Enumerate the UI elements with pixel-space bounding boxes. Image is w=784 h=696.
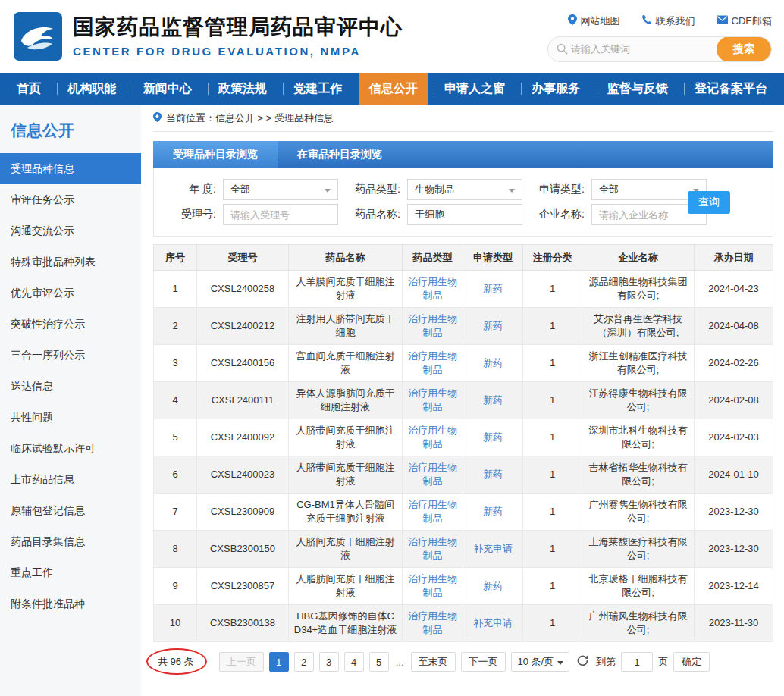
sidebar-item[interactable]: 优先审评公示 (0, 277, 141, 309)
sidebar-item[interactable]: 三合一序列公示 (0, 340, 141, 371)
cell-date: 2023-12-30 (695, 494, 773, 531)
sidebar-item[interactable]: 原辅包登记信息 (0, 495, 141, 526)
cell-drug-type: 治疗用生物制品 (403, 605, 463, 642)
sidebar-item[interactable]: 附条件批准品种 (0, 588, 141, 619)
table-row[interactable]: 5 CXSL2400092 人脐带间充质干细胞注射液 治疗用生物制品 新药 1 … (154, 419, 773, 456)
table-row[interactable]: 6 CXSL2400023 人脐带间充质干细胞注射液 治疗用生物制品 新药 1 … (154, 456, 773, 494)
cell-index: 1 (154, 271, 197, 308)
search-button[interactable]: 搜索 (717, 36, 771, 62)
table-header-cell: 企业名称 (582, 245, 695, 271)
nav-item[interactable]: 机构职能 (57, 73, 127, 105)
cell-index: 4 (154, 382, 197, 419)
sitemap-link[interactable]: 网站地图 (568, 14, 620, 28)
cell-drug-type: 治疗用生物制品 (403, 494, 463, 531)
nav-item[interactable]: 申请人之窗 (434, 73, 516, 105)
nav-item[interactable]: 信息公开 (359, 73, 428, 105)
page-size-select[interactable]: 10 条/页 (511, 652, 570, 672)
cell-apply-type: 新药 (463, 345, 523, 382)
site-subtitle: CENTER FOR DRUG EVALUATION, NMPA (73, 45, 403, 58)
table-row[interactable]: 3 CXSL2400156 宫血间充质干细胞注射液 治疗用生物制品 新药 1 浙… (154, 345, 773, 382)
drug-name-label: 药品名称: (338, 208, 400, 221)
table-row[interactable]: 4 CXSL2400111 异体人源脂肪间充质干细胞注射液 治疗用生物制品 新药… (154, 382, 773, 419)
accept-no-input[interactable] (223, 204, 338, 225)
table-row[interactable]: 8 CXSB2300150 人脐间充质干细胞注射液 治疗用生物制品 补充申请 1… (154, 531, 773, 568)
page-number-button[interactable]: 5 (369, 652, 389, 672)
tab-under-review-catalog[interactable]: 在审品种目录浏览 (278, 141, 402, 168)
cell-drug-name: CG-BM1异体人骨髓间充质干细胞注射液 (289, 494, 403, 531)
cell-index: 8 (154, 531, 197, 568)
table-row[interactable]: 1 CXSL2400258 人羊膜间充质干细胞注射液 治疗用生物制品 新药 1 … (154, 271, 773, 308)
search-input[interactable] (571, 43, 717, 55)
site-title-block: 国家药品监督管理局药品审评中心 CENTER FOR DRUG EVALUATI… (73, 15, 403, 58)
nav-item[interactable]: 首页 (6, 73, 52, 105)
cell-accept-no: CXSB2300138 (197, 605, 289, 642)
search-icon (557, 43, 568, 55)
sidebar-item[interactable]: 共性问题 (0, 402, 141, 433)
sidebar-menu: 受理品种信息审评任务公示沟通交流公示特殊审批品种列表优先审评公示突破性治疗公示三… (0, 153, 141, 619)
cell-date: 2023-12-30 (695, 531, 773, 568)
apply-type-label: 申请类型: (522, 183, 585, 196)
sidebar-item[interactable]: 药品目录集信息 (0, 526, 141, 557)
page-number-button[interactable]: 3 (319, 652, 339, 672)
cell-company: 广州瑞风生物科技有限公司; (582, 605, 695, 642)
tab-accepted-catalog[interactable]: 受理品种目录浏览 (153, 141, 278, 168)
sidebar-item[interactable]: 沟通交流公示 (0, 215, 141, 246)
sidebar-item[interactable]: 受理品种信息 (0, 153, 141, 184)
page-number-button[interactable]: 1 (269, 652, 289, 672)
query-button[interactable]: 查询 (688, 191, 730, 214)
results-table: 序号受理号药品名称药品类型申请类型注册分类企业名称承办日期 1 CXSL2400… (153, 244, 773, 642)
prev-page-button[interactable]: 上一页 (219, 652, 264, 672)
table-header-cell: 药品类型 (403, 245, 463, 271)
goto-prefix-label: 到第 (596, 655, 616, 669)
mailbox-link[interactable]: CDE邮箱 (717, 14, 772, 28)
goto-confirm-button[interactable]: 确定 (673, 652, 710, 672)
contact-link[interactable]: 联系我们 (641, 14, 695, 28)
goto-page-input[interactable] (621, 652, 653, 672)
drug-name-input[interactable] (407, 204, 522, 225)
sidebar-item[interactable]: 重点工作 (0, 557, 141, 588)
nav-item[interactable]: 监督与反馈 (597, 73, 679, 105)
cell-drug-name: HBG基因修饰的自体CD34+造血干细胞注射液 (289, 605, 403, 642)
next-page-button[interactable]: 下一页 (461, 652, 506, 672)
last-page-button[interactable]: 至末页 (411, 652, 456, 672)
table-row[interactable]: 9 CXSL2300857 人脂肪间充质干细胞注射液 治疗用生物制品 新药 1 … (154, 568, 773, 605)
cell-apply-type: 新药 (463, 271, 523, 308)
nav-item[interactable]: 政策法规 (208, 73, 278, 105)
sidebar-item[interactable]: 上市药品信息 (0, 464, 141, 495)
filter-panel: 年 度: 全部 药品类型: 生物制品 申请类型: 全部 受理号: (153, 168, 773, 237)
main-content: 当前位置：信息公开 > > 受理品种信息 受理品种目录浏览 在审品种目录浏览 年… (141, 105, 784, 696)
drug-type-select[interactable]: 生物制品 (407, 179, 522, 200)
table-header-cell: 申请类型 (463, 245, 523, 271)
nav-item[interactable]: 新闻中心 (133, 73, 202, 105)
cell-accept-no: CXSL2400023 (197, 456, 289, 494)
sidebar-item[interactable]: 送达信息 (0, 371, 141, 402)
refresh-icon (576, 654, 589, 669)
sidebar-item[interactable]: 特殊审批品种列表 (0, 246, 141, 277)
table-row[interactable]: 2 CXSL2400212 注射用人脐带间充质干细胞 治疗用生物制品 新药 1 … (154, 308, 773, 345)
sidebar-item[interactable]: 审评任务公示 (0, 184, 141, 215)
cell-date: 2024-02-03 (695, 419, 773, 456)
cell-date: 2024-02-08 (695, 382, 773, 419)
page-number-button[interactable]: 4 (344, 652, 364, 672)
sidebar-item[interactable]: 突破性治疗公示 (0, 309, 141, 340)
total-count-text: 共 96 条 (158, 656, 194, 667)
table-row[interactable]: 7 CXSL2300909 CG-BM1异体人骨髓间充质干细胞注射液 治疗用生物… (154, 494, 773, 531)
sitemap-link-label: 网站地图 (581, 14, 620, 28)
cell-apply-type: 新药 (463, 568, 523, 605)
page-number-button[interactable]: 2 (294, 652, 314, 672)
table-row[interactable]: 10 CXSB2300138 HBG基因修饰的自体CD34+造血干细胞注射液 治… (154, 605, 773, 642)
cell-apply-type: 新药 (463, 382, 523, 419)
sidebar: 信息公开 受理品种信息审评任务公示沟通交流公示特殊审批品种列表优先审评公示突破性… (0, 105, 141, 696)
cell-reg-class: 1 (523, 419, 582, 456)
cell-drug-name: 人羊膜间充质干细胞注射液 (289, 271, 403, 308)
year-select[interactable]: 全部 (223, 179, 338, 200)
location-pin-icon (568, 14, 577, 27)
cell-apply-type: 新药 (463, 419, 523, 456)
nav-item[interactable]: 办事服务 (521, 73, 591, 105)
nav-item[interactable]: 登记备案平台 (684, 73, 778, 105)
nav-item[interactable]: 党建工作 (283, 73, 353, 105)
refresh-button[interactable] (575, 653, 591, 671)
sidebar-item[interactable]: 临床试验默示许可 (0, 433, 141, 464)
cell-reg-class: 1 (523, 531, 582, 568)
cell-drug-type: 治疗用生物制品 (403, 345, 463, 382)
